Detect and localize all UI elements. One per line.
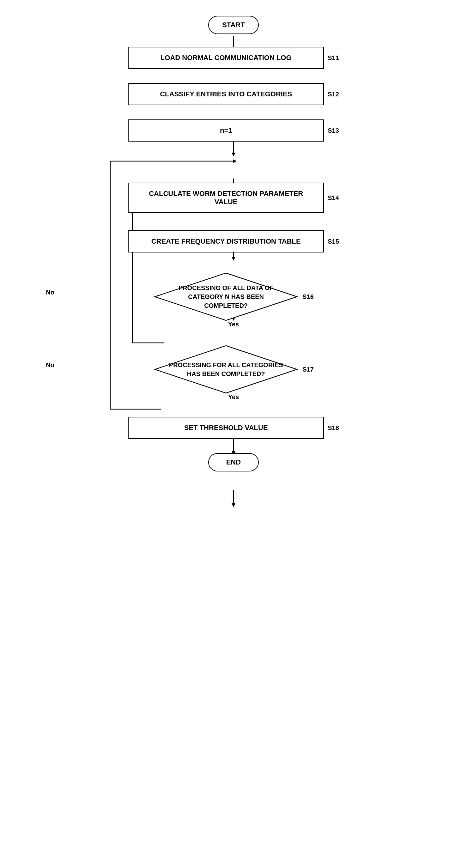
s14-box: CALCULATE WORM DETECTION PARAMETER VALUE bbox=[128, 183, 324, 213]
s16-no-label: No bbox=[46, 289, 54, 296]
s17-yes-container: Yes bbox=[135, 395, 332, 399]
s12-box: CLASSIFY ENTRIES INTO CATEGORIES bbox=[128, 83, 324, 105]
start-terminal: START bbox=[208, 16, 259, 34]
flowchart: START LOAD NORMAL COMMUNICATION LOG S11 … bbox=[91, 13, 376, 471]
s18-text: SET THRESHOLD VALUE bbox=[184, 424, 268, 432]
end-label: END bbox=[226, 458, 241, 466]
s16-text: PROCESSING OF ALL DATA OF CATEGORY N HAS… bbox=[153, 283, 299, 310]
s17-row: No PROCESSING FOR ALL CATEGORIES HAS BEE… bbox=[153, 344, 314, 395]
s18-box: SET THRESHOLD VALUE bbox=[128, 417, 324, 439]
s13-box: n=1 bbox=[128, 119, 324, 142]
s18-row: SET THRESHOLD VALUE S18 bbox=[128, 417, 339, 439]
s14-label: S14 bbox=[328, 194, 339, 202]
s11-text: LOAD NORMAL COMMUNICATION LOG bbox=[160, 54, 292, 62]
s13-label: S13 bbox=[328, 127, 339, 134]
s16-label: S16 bbox=[302, 293, 314, 301]
s15-box: CREATE FREQUENCY DISTRIBUTION TABLE bbox=[128, 230, 324, 252]
s17-diamond: PROCESSING FOR ALL CATEGORIES HAS BEEN C… bbox=[153, 344, 299, 395]
start-label: START bbox=[222, 21, 245, 29]
s12-label: S12 bbox=[328, 91, 339, 98]
svg-marker-5 bbox=[231, 153, 236, 156]
s11-row: LOAD NORMAL COMMUNICATION LOG S11 bbox=[128, 47, 339, 69]
s14-text: CALCULATE WORM DETECTION PARAMETER VALUE bbox=[149, 190, 303, 206]
s16-yes-container: Yes bbox=[135, 322, 332, 327]
s16-yes-label: Yes bbox=[228, 321, 239, 328]
s17-no-label: No bbox=[46, 362, 54, 369]
s12-row: CLASSIFY ENTRIES INTO CATEGORIES S12 bbox=[128, 83, 339, 105]
s11-box: LOAD NORMAL COMMUNICATION LOG bbox=[128, 47, 324, 69]
s17-yes-label: Yes bbox=[228, 393, 239, 401]
svg-marker-16 bbox=[231, 503, 236, 507]
s15-text: CREATE FREQUENCY DISTRIBUTION TABLE bbox=[151, 237, 301, 245]
end-terminal: END bbox=[208, 453, 259, 471]
s13-text: n=1 bbox=[220, 126, 232, 134]
s16-diamond: PROCESSING OF ALL DATA OF CATEGORY N HAS… bbox=[153, 272, 299, 322]
s18-label: S18 bbox=[328, 424, 339, 432]
svg-marker-9 bbox=[231, 257, 236, 261]
s17-label: S17 bbox=[302, 366, 314, 373]
s15-label: S15 bbox=[328, 238, 339, 245]
s13-row: n=1 S13 bbox=[128, 119, 339, 142]
s16-row: No PROCESSING OF ALL DATA OF CATEGORY N … bbox=[153, 272, 314, 322]
end-terminal-container: END bbox=[208, 453, 259, 471]
svg-marker-24 bbox=[233, 159, 237, 163]
s15-row: CREATE FREQUENCY DISTRIBUTION TABLE S15 bbox=[128, 230, 339, 252]
s11-label: S11 bbox=[328, 54, 339, 62]
s12-text: CLASSIFY ENTRIES INTO CATEGORIES bbox=[160, 90, 292, 98]
s14-row: CALCULATE WORM DETECTION PARAMETER VALUE… bbox=[128, 183, 339, 213]
s17-text: PROCESSING FOR ALL CATEGORIES HAS BEEN C… bbox=[153, 361, 299, 378]
start-terminal-container: START bbox=[208, 16, 259, 34]
